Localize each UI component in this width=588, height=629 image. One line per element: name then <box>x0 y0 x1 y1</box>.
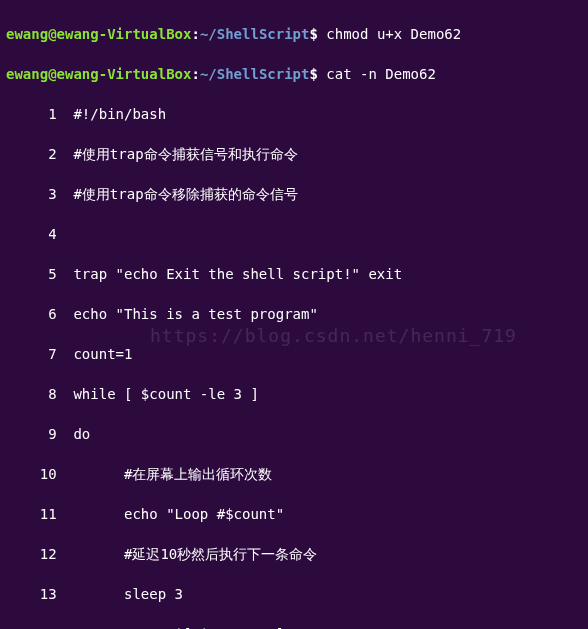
prompt-user-host: ewang@ewang-VirtualBox <box>6 66 191 82</box>
script-line: 4 <box>6 224 582 244</box>
script-line: 5 trap "echo Exit the shell script!" exi… <box>6 264 582 284</box>
script-line: 2 #使用trap命令捕获信号和执行命令 <box>6 144 582 164</box>
prompt-sep2: $ <box>309 66 317 82</box>
command-chmod: chmod u+x Demo62 <box>318 26 461 42</box>
script-line: 1 #!/bin/bash <box>6 104 582 124</box>
script-line: 6 echo "This is a test program" <box>6 304 582 324</box>
script-line: 8 while [ $count -le 3 ] <box>6 384 582 404</box>
script-line: 10 #在屏幕上输出循环次数 <box>6 464 582 484</box>
command-cat: cat -n Demo62 <box>318 66 436 82</box>
prompt-user-host: ewang@ewang-VirtualBox <box>6 26 191 42</box>
prompt-sep2: $ <box>309 26 317 42</box>
script-line: 7 count=1 <box>6 344 582 364</box>
script-line: 11 echo "Loop #$count" <box>6 504 582 524</box>
script-line: 13 sleep 3 <box>6 584 582 604</box>
script-line: 12 #延迟10秒然后执行下一条命令 <box>6 544 582 564</box>
script-line: 14 count=$[ $count+1 ] <box>6 624 582 629</box>
prompt-line-1: ewang@ewang-VirtualBox:~/ShellScript$ ch… <box>6 24 582 44</box>
prompt-sep1: : <box>191 26 199 42</box>
prompt-path: ~/ShellScript <box>200 66 310 82</box>
watermark-text: https://blog.csdn.net/henni_719 <box>150 326 517 346</box>
prompt-line-2: ewang@ewang-VirtualBox:~/ShellScript$ ca… <box>6 64 582 84</box>
script-line: 9 do <box>6 424 582 444</box>
script-line: 3 #使用trap命令移除捕获的命令信号 <box>6 184 582 204</box>
prompt-path: ~/ShellScript <box>200 26 310 42</box>
terminal-window[interactable]: ewang@ewang-VirtualBox:~/ShellScript$ ch… <box>0 0 588 629</box>
prompt-sep1: : <box>191 66 199 82</box>
